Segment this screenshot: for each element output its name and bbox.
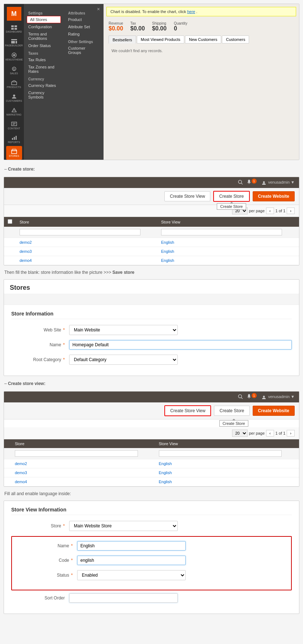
sidebar-icon-sales[interactable]: $ SALES <box>6 63 22 77</box>
svg-rect-21 <box>12 151 17 154</box>
admin-toolbar-section2: Create Store View Create Store Create St… <box>4 188 299 205</box>
store-link-demo3[interactable]: demo3 <box>20 249 32 254</box>
chart-notice: Chart is disabled. To enable the chart, … <box>106 7 296 16</box>
instruction-1: Then fill the blank: store information l… <box>0 268 303 277</box>
menu-item-product[interactable]: Product <box>64 16 104 23</box>
menu-item-currency-rates[interactable]: Currency Rates <box>24 82 64 89</box>
tab-most-viewed[interactable]: Most Viewed Products <box>137 35 184 43</box>
sidebar-icon-dashboard[interactable]: All Stores DASHBOARD <box>6 22 22 36</box>
menu-item-tax-rules[interactable]: Tax Rules <box>24 56 64 63</box>
store-link-demo2[interactable]: demo2 <box>20 240 32 244</box>
chart-link[interactable]: here <box>187 9 195 14</box>
root-category-label: Root Category * <box>11 357 69 362</box>
admin-header-section4: 1 venusadmin ▼ <box>4 392 299 402</box>
create-website-button[interactable]: Create Website <box>253 191 295 201</box>
menu-item-terms[interactable]: Terms and Conditions <box>24 30 64 42</box>
sort-order-row: Sort Order <box>11 593 292 603</box>
svg-rect-25 <box>249 183 250 184</box>
view-status-select[interactable]: Enabled Disabled <box>77 570 186 580</box>
create-store-button[interactable]: Create Store <box>213 191 249 202</box>
create-store-tooltip: Create Store <box>217 203 246 210</box>
metric-shipping: Shipping $0.00 <box>152 21 167 32</box>
svg-point-30 <box>263 396 265 397</box>
svg-line-24 <box>241 183 243 184</box>
sidebar-icon-products[interactable]: PRODUCTS <box>6 77 22 91</box>
create-website-button-2[interactable]: Create Website <box>253 406 295 416</box>
store-view-english-4-2[interactable]: English <box>159 471 172 475</box>
name-input[interactable] <box>69 340 292 350</box>
menu-item-order-status[interactable]: Order Status <box>24 42 64 49</box>
per-page-select-2[interactable]: 20 <box>232 430 248 437</box>
website-row: Web Site * Main Website <box>11 325 292 335</box>
table-row: demo2 English <box>4 238 299 247</box>
store-link-demo2-4[interactable]: demo2 <box>15 461 27 466</box>
view-code-input-container <box>77 556 186 565</box>
sidebar-icon-pagebuilder[interactable]: PAGEBUILDER <box>6 36 22 50</box>
store-link-demo4-4[interactable]: demo4 <box>15 480 27 484</box>
store-view-english-4-3[interactable]: English <box>159 480 172 484</box>
create-store-button-2[interactable]: Create Store <box>214 406 249 416</box>
view-code-input[interactable] <box>77 556 186 565</box>
prev-page-button-2[interactable]: ‹ <box>266 430 274 436</box>
metric-revenue: Revenue $0.00 <box>109 21 123 32</box>
table-header-store-view: Store View <box>157 217 299 227</box>
notification-icon[interactable]: 1 <box>247 179 258 186</box>
store-filter-input-4[interactable] <box>15 450 138 457</box>
sidebar-icon-content[interactable]: CONTENT <box>6 118 22 132</box>
root-category-row: Root Category * Default Category <box>11 355 292 365</box>
menu-item-attribute-set[interactable]: Attribute Set <box>64 23 104 30</box>
create-store-view-button-2[interactable]: Create Store View <box>164 405 211 416</box>
select-all-checkbox[interactable] <box>8 219 12 224</box>
menu-item-tax-zones[interactable]: Tax Zones and Rates <box>24 63 64 75</box>
view-name-input[interactable] <box>77 541 186 551</box>
store-filter-input[interactable] <box>20 229 140 235</box>
stores-table-section2: Store Store View demo2 English demo3 Eng… <box>4 217 299 265</box>
store-link-demo3-4[interactable]: demo3 <box>15 471 27 475</box>
website-select[interactable]: Main Website <box>69 325 178 335</box>
next-page-button[interactable]: › <box>287 208 295 214</box>
table-row-4-2: demo3 English <box>4 468 299 477</box>
menu-item-configuration[interactable]: Configuration <box>24 23 64 30</box>
create-store-view-button[interactable]: Create Store View <box>164 191 210 201</box>
sort-order-input-container <box>69 593 178 603</box>
sidebar-icon-customers[interactable]: CUSTOMERS <box>6 91 22 105</box>
search-icon[interactable] <box>238 180 243 186</box>
store-view-link-english-2[interactable]: English <box>161 249 174 254</box>
tab-customers[interactable]: Customers <box>222 35 249 43</box>
sidebar-icon-venustheme[interactable]: VENUSTHEME <box>6 50 22 63</box>
tab-new-customers[interactable]: New Customers <box>185 35 221 43</box>
menu-item-currency-symbols[interactable]: Currency Symbols <box>24 89 64 101</box>
notification-badge: 1 <box>252 179 257 184</box>
table-header-store-4: Store <box>11 439 155 448</box>
search-icon-2[interactable] <box>238 394 243 400</box>
create-store-tooltip-2: Create Store <box>219 420 248 427</box>
close-icon[interactable]: × <box>97 6 100 12</box>
store-field-label: Store * <box>11 523 69 528</box>
create-store-view-panel: 1 venusadmin ▼ Create Store View Create … <box>4 391 299 487</box>
store-view-filter-input-4[interactable] <box>159 450 282 457</box>
create-store-label: – Create store: <box>0 164 303 175</box>
menu-item-all-stores[interactable]: All Stores <box>27 16 61 23</box>
next-page-button-2[interactable]: › <box>287 430 295 436</box>
menu-item-customer-groups[interactable]: Customer Groups <box>64 45 104 56</box>
tab-bestsellers[interactable]: Bestsellers <box>109 35 136 43</box>
create-store-panel: 1 venusadmin ▼ Create Store View Create … <box>4 177 299 265</box>
store-link-demo4[interactable]: demo4 <box>20 258 32 263</box>
store-select[interactable]: Main Website Store <box>69 521 178 531</box>
admin-header: 1 venusadmin ▼ <box>4 177 299 188</box>
store-view-link-english-3[interactable]: English <box>161 258 174 263</box>
store-view-english-4-1[interactable]: English <box>159 461 172 466</box>
sort-order-input[interactable] <box>69 593 178 603</box>
notification-icon-2[interactable]: 1 <box>247 394 258 400</box>
root-category-select-container: Default Category <box>69 355 178 365</box>
prev-page-button[interactable]: ‹ <box>266 208 274 214</box>
store-view-filter-input[interactable] <box>161 229 282 235</box>
store-view-link-english-1[interactable]: English <box>161 240 174 244</box>
menu-item-rating[interactable]: Rating <box>64 30 104 38</box>
root-category-select[interactable]: Default Category <box>69 355 178 365</box>
settings-title: Settings <box>24 9 64 16</box>
sidebar-icon-reports[interactable]: REPORTS <box>6 132 22 146</box>
sidebar-icon-stores[interactable]: STORES <box>6 146 22 160</box>
sidebar-icon-marketing[interactable]: MARKETING <box>6 105 22 118</box>
metric-quantity: Quantity 0 <box>174 21 187 32</box>
